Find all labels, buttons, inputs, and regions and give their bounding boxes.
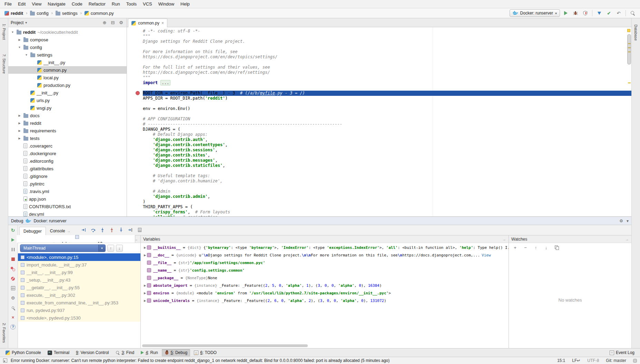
gutter[interactable] [127, 101, 143, 106]
tree-item--init-py[interactable]: __init__.py [8, 89, 127, 97]
breadcrumb-item-config[interactable]: config [29, 10, 50, 17]
debug-button[interactable] [572, 9, 579, 17]
breadcrumb-item-common-py[interactable]: common.py [83, 10, 115, 17]
menu-navigate[interactable]: Navigate [45, 0, 68, 8]
gutter[interactable] [127, 158, 143, 163]
gutter[interactable] [127, 153, 143, 158]
gutter[interactable] [127, 142, 143, 148]
previous-frame-button[interactable]: ↑ [107, 245, 114, 252]
tree-item-reddit[interactable]: ▼reddit ~/cookiecutter/reddit [8, 28, 127, 36]
gear-icon[interactable]: ⚙ [118, 20, 124, 25]
restore-layout-button[interactable] [10, 285, 17, 292]
pin-button[interactable] [10, 304, 17, 311]
tool-button-database[interactable]: Database [634, 22, 638, 43]
gutter[interactable] [127, 184, 143, 189]
tab-console[interactable]: Console→ [46, 227, 75, 235]
breadcrumb-item-settings[interactable]: settings [55, 10, 79, 17]
step-into-button[interactable] [99, 226, 106, 233]
collapse-all-icon[interactable]: ⊟ [110, 20, 116, 25]
tree-item-requirements[interactable]: ▶requirements [8, 127, 127, 134]
gutter[interactable] [127, 117, 143, 122]
menu-view[interactable]: View [29, 0, 45, 8]
help-button[interactable]: ? [10, 323, 17, 330]
hide-watches-icon[interactable]: → [625, 237, 629, 241]
tool-tab-python-console[interactable]: Python Console [3, 349, 44, 356]
file-encoding[interactable]: UTF-8 [587, 358, 599, 363]
breadcrumb-item-reddit[interactable]: reddit [3, 10, 24, 17]
search-everywhere-button[interactable] [629, 9, 637, 17]
menu-edit[interactable]: Edit [15, 0, 29, 8]
expander-down-icon[interactable]: ▼ [24, 53, 29, 57]
menu-file[interactable]: File [1, 0, 15, 8]
gutter[interactable] [127, 148, 143, 153]
gutter[interactable] [127, 75, 143, 80]
tree-item--travis-yml[interactable]: .travis.yml [8, 188, 127, 195]
gutter[interactable] [127, 70, 143, 75]
gutter[interactable] [127, 29, 143, 34]
menu-refactor[interactable]: Refactor [86, 0, 109, 8]
menu-code[interactable]: Code [69, 0, 86, 8]
gutter[interactable] [127, 60, 143, 65]
gutter[interactable] [127, 39, 143, 44]
vcs-rollback-button[interactable]: ↶ [615, 9, 622, 17]
git-branch[interactable]: Git: master [606, 358, 626, 363]
tree-item-production-py[interactable]: production.py [8, 81, 127, 89]
settings-button[interactable]: ⚙ [10, 294, 17, 301]
gutter[interactable] [127, 80, 143, 85]
variable-row[interactable]: ▶__doc__ = {unicode} u'\nDjango settings… [141, 251, 509, 259]
close-icon[interactable]: × [161, 21, 164, 26]
tree-item-compose[interactable]: ▶compose [8, 36, 127, 43]
expand-icon[interactable]: ▶ [143, 299, 147, 302]
next-frame-button[interactable]: ↓ [116, 245, 123, 252]
tree-item--init-py[interactable]: __init__.py [8, 59, 127, 66]
menu-help[interactable]: Help [177, 0, 193, 8]
stack-frame[interactable]: execute_from_command_line, __init__.py:3… [18, 299, 140, 306]
gutter[interactable] [127, 189, 143, 194]
expand-icon[interactable]: ▶ [143, 284, 147, 287]
tool-button-structure[interactable]: 7: Structure [2, 51, 6, 77]
show-execution-point-button[interactable] [80, 226, 87, 233]
vcs-commit-button[interactable]: ✔ [605, 9, 613, 17]
stack-frame[interactable]: _setup, __init__.py:43 [18, 276, 140, 284]
tool-tab-debug[interactable]: 5: Debug [162, 349, 190, 356]
step-out-button[interactable] [118, 226, 125, 233]
tree-item-dev-yml[interactable]: dev.yml [8, 210, 127, 216]
line-ending[interactable]: LF↵ [572, 358, 580, 363]
editor-tab-common-py[interactable]: common.py × [128, 19, 167, 27]
remove-watch-button[interactable]: − [522, 244, 529, 251]
gutter[interactable] [127, 111, 143, 117]
run-to-cursor-button[interactable] [127, 226, 134, 233]
move-watch-up-button[interactable]: ↑ [533, 244, 539, 251]
menu-vcs[interactable]: VCS [140, 0, 155, 8]
gear-icon[interactable]: ⚙ [619, 219, 623, 223]
expander-down-icon[interactable]: ▼ [17, 46, 22, 49]
expander-down-icon[interactable]: ▼ [10, 31, 15, 34]
expander-right-icon[interactable]: ▶ [17, 137, 22, 140]
tree-item-docs[interactable]: ▶docs [8, 112, 127, 119]
run-config-select[interactable]: Docker: runserver ▾ [510, 9, 560, 17]
tree-item--pylintrc[interactable]: .pylintrc [8, 180, 127, 188]
menu-tools[interactable]: Tools [123, 0, 140, 8]
tool-tab-find[interactable]: 3: Find [113, 349, 137, 356]
status-message[interactable]: Error running Docker: runserver: Can't r… [11, 358, 554, 363]
gutter[interactable] [127, 210, 143, 215]
editor-scrollbar[interactable] [627, 34, 631, 64]
variable-row[interactable]: __file__ = {str}'/app/config/settings/co… [141, 259, 509, 266]
variable-row[interactable]: ▶unicode_literals = {instance} _Feature:… [141, 297, 509, 304]
hide-panel-icon[interactable]: ▾ [627, 219, 629, 223]
coverage-button[interactable] [581, 9, 589, 17]
gutter[interactable] [127, 173, 143, 179]
resume-button[interactable] [10, 236, 17, 243]
tab-debugger[interactable]: Debugger [19, 227, 46, 235]
tree-item--gitattributes[interactable]: .gitattributes [8, 165, 127, 172]
horizontal-scrollbar[interactable] [142, 344, 308, 347]
expander-right-icon[interactable]: ▶ [17, 114, 22, 117]
tree-item-config[interactable]: ▼config [8, 43, 127, 51]
gutter[interactable] [127, 44, 143, 49]
locate-icon[interactable]: ⊕ [101, 20, 108, 25]
project-panel-title[interactable]: Project [11, 20, 23, 25]
tree-item-tests[interactable]: ▶tests [8, 134, 127, 142]
gutter[interactable] [127, 96, 143, 101]
gutter[interactable] [127, 85, 143, 91]
stack-frame[interactable]: run, pydevd.py:937 [18, 306, 140, 314]
